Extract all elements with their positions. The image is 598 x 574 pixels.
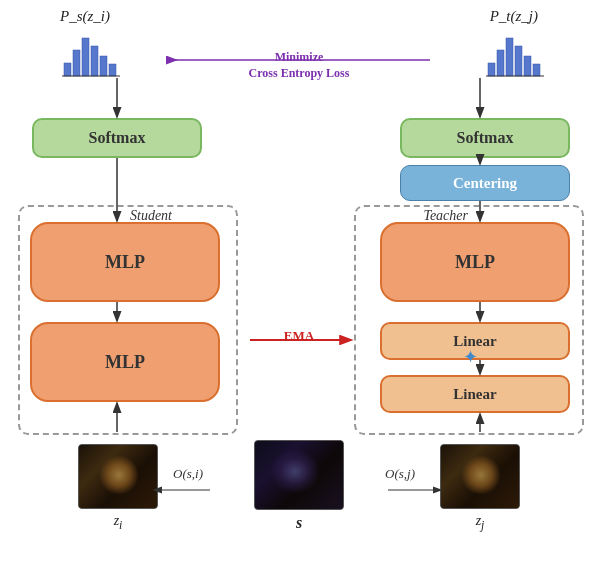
svg-rect-7	[488, 63, 495, 76]
image-s-group: s	[254, 440, 344, 532]
prob-left-label: P_s(z_i)	[60, 8, 110, 25]
zi-label: zi	[114, 513, 123, 532]
sparkle-icon: ✦	[463, 346, 478, 368]
softmax-right-box: Softmax	[400, 118, 570, 158]
images-row: zi s zj	[0, 440, 598, 532]
image-zi-inner	[79, 445, 157, 508]
svg-rect-5	[109, 64, 116, 76]
image-zj	[440, 444, 520, 509]
s-label: s	[296, 514, 302, 532]
svg-rect-11	[524, 56, 531, 76]
zj-label: zj	[476, 513, 485, 532]
prob-right-label: P_t(z_j)	[490, 8, 538, 25]
softmax-left-box: Softmax	[32, 118, 202, 158]
svg-rect-12	[533, 64, 540, 76]
diagram-container: P_s(z_i) P_t(z_j) Minimize Cross En	[0, 0, 598, 574]
centering-box: Centering	[400, 165, 570, 201]
svg-rect-2	[82, 38, 89, 76]
svg-rect-4	[100, 56, 107, 76]
svg-rect-10	[515, 46, 522, 76]
svg-rect-9	[506, 38, 513, 76]
image-zi	[78, 444, 158, 509]
entropy-text: Minimize Cross Entropy Loss	[249, 50, 350, 81]
image-s	[254, 440, 344, 510]
entropy-arrow-area: Minimize Cross Entropy Loss	[155, 50, 443, 81]
image-zi-group: zi	[78, 444, 158, 532]
svg-rect-3	[91, 46, 98, 76]
linear-bottom-box: Linear	[380, 375, 570, 413]
image-zj-inner	[441, 445, 519, 508]
histogram-left	[62, 28, 122, 82]
ema-label: EMA	[284, 328, 314, 344]
mlp-teacher: MLP	[380, 222, 570, 302]
image-s-inner	[255, 441, 343, 509]
histogram-right	[486, 28, 546, 82]
mlp-student-bottom: MLP	[30, 322, 220, 402]
mlp-student-top: MLP	[30, 222, 220, 302]
svg-rect-0	[64, 63, 71, 76]
svg-rect-1	[73, 50, 80, 76]
svg-rect-8	[497, 50, 504, 76]
top-labels: P_s(z_i) P_t(z_j)	[0, 0, 598, 25]
image-zj-group: zj	[440, 444, 520, 532]
